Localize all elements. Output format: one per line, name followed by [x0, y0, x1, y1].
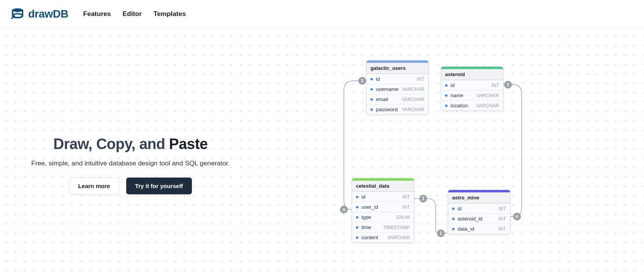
- field-type: INT: [402, 204, 410, 210]
- table-row: asteroid_idINT: [448, 213, 510, 224]
- svg-point-0: [13, 8, 23, 12]
- field-name: username: [376, 86, 402, 92]
- table-row: locationVARCHAR: [441, 100, 503, 110]
- field-dot-icon: [370, 98, 373, 101]
- field-name: name: [451, 92, 476, 98]
- field-type: VARCHAR: [476, 93, 499, 98]
- field-dot-icon: [445, 105, 447, 107]
- table-row: idINT: [441, 80, 503, 90]
- field-name: email: [376, 96, 402, 102]
- field-dot-icon: [356, 226, 358, 229]
- table-row: data_idINT: [448, 224, 510, 234]
- nav-templates[interactable]: Templates: [154, 10, 186, 18]
- table-row: emailVARCHAR: [367, 94, 428, 104]
- brand-name: drawDB: [28, 8, 68, 20]
- app-header: drawDB Features Editor Templates: [0, 0, 644, 28]
- field-dot-icon: [370, 108, 373, 111]
- field-dot-icon: [452, 228, 454, 230]
- field-type: VARCHAR: [402, 107, 424, 112]
- brand-logo[interactable]: drawDB: [11, 7, 68, 21]
- field-dot-icon: [370, 78, 373, 80]
- table-asteroid[interactable]: asteroid idINT nameVARCHAR locationVARCH…: [441, 66, 503, 111]
- hero-buttons: Learn more Try it for yourself: [0, 178, 261, 194]
- table-row: idINT: [352, 192, 414, 202]
- field-name: asteroid_id: [458, 216, 499, 222]
- hero-canvas: Draw, Copy, and Paste Free, simple, and …: [0, 28, 644, 279]
- field-name: time: [361, 224, 383, 230]
- table-row: timeTIMESTAMP: [352, 222, 414, 232]
- nav-features[interactable]: Features: [83, 10, 111, 18]
- hero-title: Draw, Copy, and Paste: [0, 136, 261, 153]
- field-type: INT: [417, 76, 424, 82]
- cardinality-label: n: [340, 206, 348, 213]
- hero-title-emph: Paste: [169, 136, 208, 152]
- hero-title-plain: Draw, Copy, and: [54, 136, 169, 152]
- field-dot-icon: [445, 94, 447, 97]
- cardinality-label: 1: [419, 195, 427, 203]
- table-row: idINT: [367, 74, 428, 84]
- field-name: id: [458, 206, 499, 211]
- cardinality-label: 1: [437, 229, 445, 237]
- cardinality-label: 1: [358, 77, 366, 85]
- field-type: ENUM: [396, 215, 410, 220]
- table-row: nameVARCHAR: [441, 90, 503, 100]
- field-name: location: [451, 103, 476, 108]
- table-galactic-users[interactable]: galactic_users idINT usernameVARCHAR ema…: [366, 60, 429, 115]
- field-name: user_id: [361, 204, 402, 210]
- field-type: INT: [499, 226, 506, 232]
- field-dot-icon: [356, 206, 358, 208]
- table-title: celestial_data: [352, 181, 414, 192]
- field-type: INT: [402, 194, 410, 200]
- field-type: INT: [499, 216, 506, 222]
- table-row: passwordVARCHAR: [367, 104, 428, 114]
- field-dot-icon: [452, 218, 454, 220]
- table-row: contentVARCHAR: [352, 232, 414, 242]
- field-dot-icon: [445, 84, 447, 87]
- table-title: astro_mine: [448, 192, 510, 203]
- field-type: VARCHAR: [476, 103, 499, 108]
- field-dot-icon: [356, 216, 358, 219]
- learn-more-button[interactable]: Learn more: [69, 178, 119, 194]
- cardinality-label: n: [513, 213, 521, 220]
- field-type: INT: [499, 206, 506, 211]
- field-name: id: [361, 194, 402, 200]
- field-dot-icon: [452, 208, 454, 210]
- hero-subtitle: Free, simple, and intuitive database des…: [0, 160, 261, 167]
- field-type: VARCHAR: [402, 87, 424, 92]
- field-dot-icon: [356, 196, 358, 198]
- field-type: VARCHAR: [402, 97, 424, 102]
- try-it-button[interactable]: Try it for yourself: [126, 178, 192, 194]
- field-name: type: [361, 214, 396, 220]
- field-dot-icon: [370, 88, 373, 91]
- table-celestial-data[interactable]: celestial_data idINT user_idINT typeENUM…: [352, 178, 414, 243]
- table-row: user_idINT: [352, 202, 414, 212]
- field-type: VARCHAR: [387, 235, 410, 240]
- field-name: data_id: [458, 226, 499, 232]
- table-title: galactic_users: [367, 63, 428, 74]
- table-row: typeENUM: [352, 212, 414, 222]
- table-row: usernameVARCHAR: [367, 84, 428, 94]
- nav-editor[interactable]: Editor: [123, 10, 142, 18]
- field-type: TIMESTAMP: [383, 225, 410, 230]
- table-astro-mine[interactable]: astro_mine idINT asteroid_idINT data_idI…: [448, 190, 510, 234]
- field-name: id: [376, 76, 417, 82]
- field-name: password: [376, 107, 402, 112]
- field-name: content: [361, 235, 387, 240]
- table-row: idINT: [448, 203, 510, 213]
- main-nav: Features Editor Templates: [83, 10, 186, 18]
- field-type: INT: [492, 83, 499, 88]
- hero-text: Draw, Copy, and Paste Free, simple, and …: [0, 136, 261, 194]
- field-name: id: [451, 82, 492, 88]
- cardinality-label: 1: [504, 81, 512, 89]
- database-icon: [11, 7, 24, 21]
- field-dot-icon: [356, 236, 358, 239]
- table-title: asteroid: [441, 69, 503, 80]
